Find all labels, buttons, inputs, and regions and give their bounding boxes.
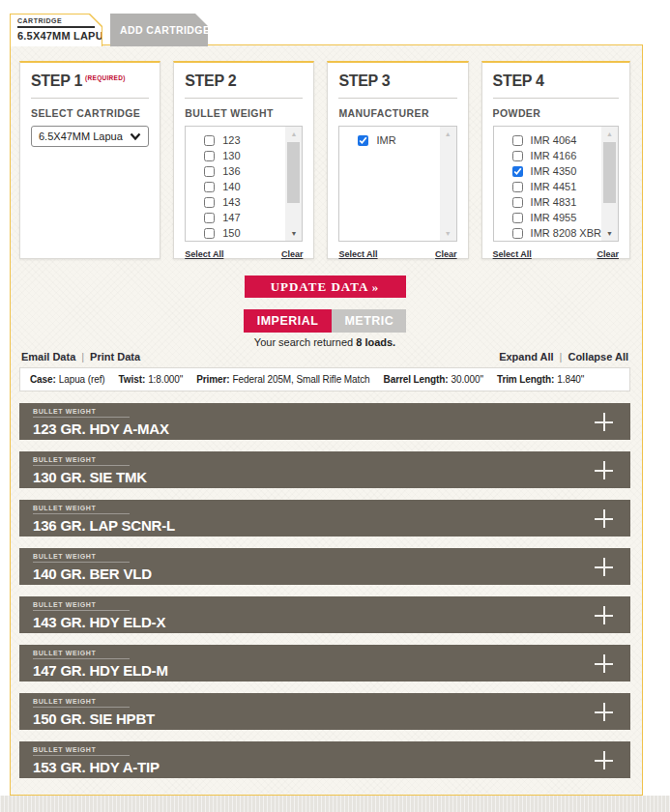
option-checkbox[interactable] [204,228,215,239]
option-imr-8208-xbr[interactable]: IMR 8208 XBR [512,225,601,241]
option-imr-4955[interactable]: IMR 4955 [512,210,601,225]
option-checkbox[interactable] [512,228,523,239]
option-checkbox[interactable] [512,135,523,146]
option-checkbox[interactable] [512,166,523,177]
option-checkbox[interactable] [512,182,523,192]
step2-select-all-link[interactable]: Select All [185,249,223,259]
option-140[interactable]: 140 [204,179,285,194]
expand-all-link[interactable]: Expand All [499,351,553,362]
expand-plus-icon[interactable] [595,606,613,624]
scroll-track[interactable] [601,141,618,226]
imperial-button[interactable]: IMPERIAL [244,309,333,333]
option-143[interactable]: 143 [204,194,285,210]
option-imr-4350[interactable]: IMR 4350 [512,163,601,179]
scroll-up-icon[interactable]: ▲ [601,127,618,141]
load-row-136-gr-lap-scnr-l[interactable]: BULLET WEIGHT136 GR. LAP SCNR-L [19,500,630,536]
scroll-up-icon[interactable]: ▲ [440,127,456,141]
expand-plus-icon[interactable] [595,509,613,528]
powder-listbox: IMR 4064IMR 4166IMR 4350IMR 4451IMR 4831… [493,126,619,242]
load-row-130-gr-sie-tmk[interactable]: BULLET WEIGHT130 GR. SIE TMK [19,451,630,488]
expand-plus-icon[interactable] [595,558,613,576]
option-imr-4831[interactable]: IMR 4831 [512,194,601,210]
cartridge-specs-bar: Case:Lapua (ref)Twist:1:8.000"Primer:Fed… [19,367,630,392]
collapse-all-link[interactable]: Collapse All [568,351,628,362]
cartridge-select[interactable]: 6.5X47MM Lapua [31,126,149,147]
step4-title: STEP 4 [493,72,619,90]
scrollbar[interactable]: ▲ ▼ [440,127,456,241]
email-data-link[interactable]: Email Data [21,351,75,362]
load-row-153-gr-hdy-a-tip[interactable]: BULLET WEIGHT153 GR. HDY A-TIP [19,741,630,778]
row-bullet-weight-label: BULLET WEIGHT [33,746,130,756]
option-123[interactable]: 123 [204,132,285,148]
option-label: IMR 8208 XBR [531,227,601,239]
cartridge-tab-label: CARTRIDGE [17,17,95,28]
step4-select-all-link[interactable]: Select All [493,249,532,259]
update-row: UPDATE DATA » [19,276,630,298]
expand-plus-icon[interactable] [595,751,613,769]
option-checkbox[interactable] [204,151,215,161]
option-imr-4166[interactable]: IMR 4166 [512,148,601,163]
metric-button[interactable]: METRIC [332,309,406,333]
load-row-143-gr-hdy-eld-x[interactable]: BULLET WEIGHT143 GR. HDY ELD-X [19,596,630,633]
scrollbar[interactable]: ▲ ▼ [601,127,618,241]
divider [493,98,619,99]
option-checkbox[interactable] [204,182,215,192]
step3-select-all-link[interactable]: Select All [338,249,377,259]
option-label: 140 [222,181,240,192]
page-bottom-texture [0,796,670,812]
option-checkbox[interactable] [204,213,215,223]
scroll-down-icon[interactable]: ▼ [601,226,618,241]
option-imr-4064[interactable]: IMR 4064 [512,132,601,148]
step2-clear-link[interactable]: Clear [281,249,304,259]
scroll-up-icon[interactable]: ▲ [285,127,302,141]
manufacturer-options: IMR [339,127,439,241]
print-data-link[interactable]: Print Data [90,351,140,362]
spec-label: Twist: [119,374,146,385]
scroll-thumb[interactable] [603,142,616,203]
scrollbar[interactable]: ▲ ▼ [285,127,302,241]
spec-label: Barrel Length: [384,374,449,385]
option-checkbox[interactable] [512,197,523,208]
update-data-button[interactable]: UPDATE DATA » [245,276,406,298]
step4-clear-link[interactable]: Clear [597,249,619,259]
option-checkbox[interactable] [358,135,368,146]
load-row-123-gr-hdy-a-max[interactable]: BULLET WEIGHT123 GR. HDY A-MAX [19,403,630,440]
option-checkbox[interactable] [512,151,523,161]
expand-plus-icon[interactable] [595,413,613,431]
tab-cartridge-inner: CARTRIDGE 6.5X47MM LAPUA [11,14,102,46]
expand-plus-icon[interactable] [595,654,613,673]
option-130[interactable]: 130 [204,148,285,163]
add-cartridge-tab[interactable]: ADD CARTRIDGE + [110,14,208,46]
option-label: IMR 4350 [531,165,577,177]
scroll-track[interactable] [285,141,302,226]
expand-plus-icon[interactable] [595,461,613,479]
expand-plus-icon[interactable] [595,703,613,721]
option-imr[interactable]: IMR [358,132,439,148]
spec-primer: Primer:Federal 205M, Small Rifle Match [196,374,369,385]
spec-case: Case:Lapua (ref) [30,374,105,385]
scroll-thumb[interactable] [287,142,300,203]
step3-clear-link[interactable]: Clear [435,249,457,259]
load-row-147-gr-hdy-eld-m[interactable]: BULLET WEIGHT147 GR. HDY ELD-M [19,645,630,682]
option-147[interactable]: 147 [204,210,285,225]
powder-options: IMR 4064IMR 4166IMR 4350IMR 4451IMR 4831… [494,127,601,241]
scroll-down-icon[interactable]: ▼ [285,226,302,241]
option-checkbox[interactable] [204,135,215,146]
scroll-down-icon[interactable]: ▼ [440,226,456,241]
powder-label: POWDER [493,107,619,119]
option-checkbox[interactable] [204,197,215,208]
option-checkbox[interactable] [204,166,215,177]
add-cartridge-label: ADD CARTRIDGE [120,24,210,36]
chevron-down-icon [130,132,141,141]
row-title: 153 GR. HDY A-TIP [33,759,617,775]
tab-cartridge-active[interactable]: CARTRIDGE 6.5X47MM LAPUA [10,14,102,46]
option-label: IMR 4064 [531,134,577,146]
right-links: Expand All | Collapse All [499,351,628,362]
option-imr-4451[interactable]: IMR 4451 [512,179,601,194]
option-136[interactable]: 136 [204,163,285,179]
scroll-track[interactable] [440,141,456,226]
option-150[interactable]: 150 [204,225,285,241]
load-row-140-gr-ber-vld[interactable]: BULLET WEIGHT140 GR. BER VLD [19,548,630,585]
load-row-150-gr-sie-hpbt[interactable]: BULLET WEIGHT150 GR. SIE HPBT [19,693,630,730]
option-checkbox[interactable] [512,213,523,223]
